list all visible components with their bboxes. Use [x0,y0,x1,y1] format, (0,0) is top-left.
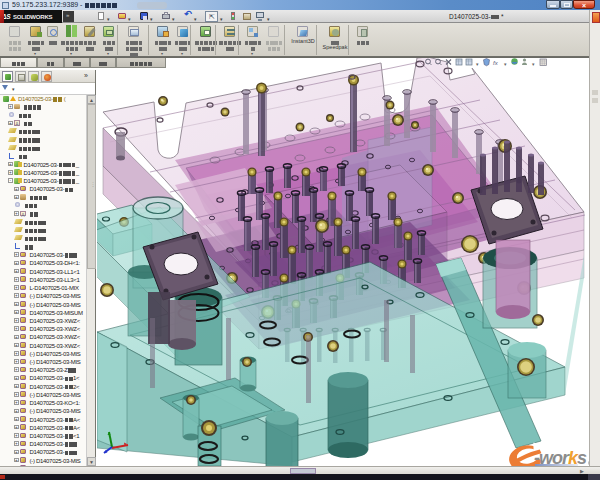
svg-text:▾: ▾ [476,61,479,67]
svg-text:▾: ▾ [504,61,507,67]
svg-text:fx: fx [493,60,499,66]
svg-text:▾: ▾ [532,61,535,67]
